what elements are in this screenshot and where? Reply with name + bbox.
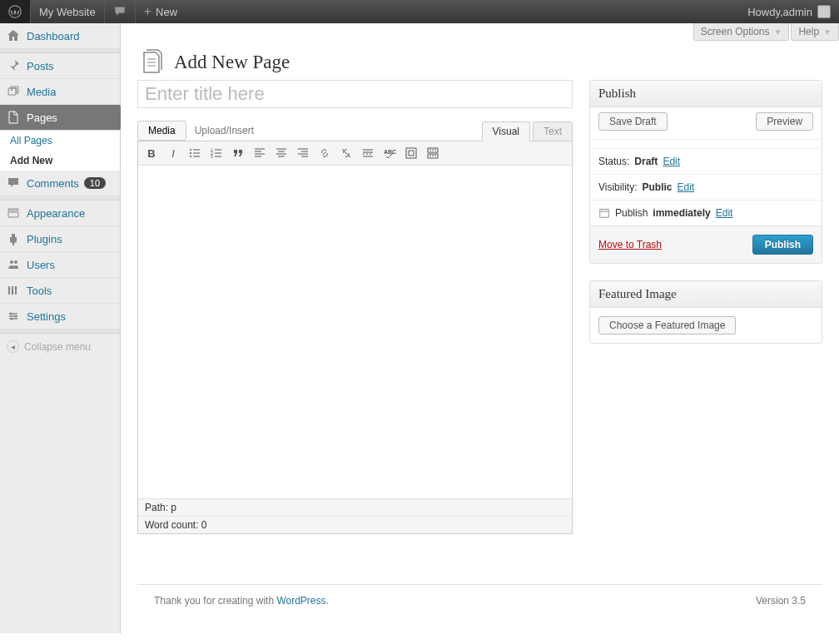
svg-point-9 — [190, 149, 191, 151]
submenu-pages: All Pages Add New — [0, 131, 120, 171]
home-icon — [7, 29, 20, 42]
help-label: Help — [798, 26, 819, 37]
word-count: Word count: 0 — [138, 516, 572, 533]
edit-schedule-link[interactable]: Edit — [716, 207, 733, 219]
featured-image-title[interactable]: Featured Image — [590, 281, 822, 308]
move-to-trash-link[interactable]: Move to Trash — [598, 239, 662, 250]
bullet-list-button[interactable] — [186, 145, 203, 161]
appearance-icon — [7, 206, 20, 220]
menu-label: Posts — [27, 60, 54, 72]
howdy-prefix: Howdy, — [747, 6, 782, 18]
edit-visibility-link[interactable]: Edit — [677, 181, 694, 193]
fullscreen-button[interactable] — [403, 145, 420, 161]
svg-point-4 — [12, 291, 14, 294]
menu-plugins[interactable]: Plugins — [0, 226, 120, 252]
menu-label: Media — [27, 86, 56, 98]
footer-thanks: Thank you for creating with WordPress. — [154, 595, 329, 607]
tab-text[interactable]: Text — [533, 121, 573, 141]
align-left-button[interactable] — [251, 145, 268, 161]
featured-image-box: Featured Image Choose a Featured Image — [589, 280, 822, 344]
edit-status-link[interactable]: Edit — [663, 156, 680, 167]
menu-pages[interactable]: Pages — [0, 105, 120, 131]
menu-label: Comments — [27, 177, 79, 190]
align-right-button[interactable] — [295, 145, 311, 161]
choose-featured-image-button[interactable]: Choose a Featured Image — [598, 316, 736, 334]
submenu-all-pages[interactable]: All Pages — [0, 131, 120, 151]
status-value: Draft — [634, 156, 658, 167]
pin-icon — [7, 59, 20, 72]
blockquote-button[interactable] — [230, 145, 246, 161]
comments-bubble[interactable] — [105, 0, 135, 23]
svg-point-6 — [10, 313, 12, 315]
new-content[interactable]: + New — [136, 0, 186, 23]
svg-point-10 — [190, 152, 191, 154]
publish-box: Publish Save Draft Preview Status: Draft… — [589, 80, 822, 264]
editor-path: Path: p — [138, 499, 572, 516]
calendar-icon — [598, 207, 610, 219]
visibility-value: Public — [642, 181, 672, 193]
collapse-icon: ◂ — [7, 340, 19, 353]
schedule-section: Publish immediately Edit — [590, 200, 822, 225]
svg-point-2 — [14, 260, 17, 264]
submenu-add-new[interactable]: Add New — [0, 151, 120, 171]
menu-label: Users — [27, 259, 55, 271]
svg-rect-16 — [406, 148, 416, 158]
svg-point-7 — [15, 315, 17, 318]
menu-label: Appearance — [27, 207, 85, 220]
svg-text:3: 3 — [211, 154, 213, 159]
editor: B I 123 ABC — [137, 141, 573, 534]
menu-label: Plugins — [27, 233, 62, 245]
numbered-list-button[interactable]: 123 — [208, 145, 225, 161]
avatar-icon — [817, 5, 831, 18]
menu-settings[interactable]: Settings — [0, 304, 120, 329]
wordpress-link[interactable]: WordPress — [276, 595, 325, 607]
publish-box-title[interactable]: Publish — [590, 81, 822, 107]
editor-content[interactable] — [138, 166, 572, 498]
link-button[interactable] — [316, 145, 333, 161]
screen-options-label: Screen Options — [701, 26, 770, 37]
preview-button[interactable]: Preview — [756, 112, 813, 131]
menu-users[interactable]: Users — [0, 252, 120, 278]
add-media-button[interactable]: Media — [137, 121, 186, 141]
wp-logo[interactable] — [0, 0, 30, 23]
italic-button[interactable]: I — [165, 145, 181, 161]
publish-button[interactable]: Publish — [752, 235, 813, 255]
howdy-account[interactable]: Howdy, admin — [739, 0, 839, 23]
plus-icon: + — [144, 5, 151, 18]
site-name[interactable]: My Website — [31, 0, 104, 23]
tab-visual[interactable]: Visual — [482, 121, 530, 141]
svg-point-8 — [11, 318, 13, 320]
align-center-button[interactable] — [273, 145, 290, 161]
screen-options-tab[interactable]: Screen Options ▼ — [693, 23, 790, 41]
status-section: Status: Draft Edit — [590, 148, 822, 174]
collapse-menu[interactable]: ◂ Collapse menu — [0, 334, 120, 359]
media-icon — [7, 85, 20, 98]
visibility-section: Visibility: Public Edit — [590, 174, 822, 200]
page-title-text: Add New Page — [174, 52, 290, 73]
menu-media[interactable]: Media — [0, 79, 120, 105]
svg-point-3 — [8, 288, 11, 290]
howdy-user: admin — [783, 6, 812, 18]
help-tab[interactable]: Help ▼ — [791, 23, 839, 41]
menu-posts[interactable]: Posts — [0, 53, 120, 79]
upload-insert-label: Upload/Insert — [195, 125, 254, 136]
users-icon — [7, 258, 20, 271]
menu-label: Settings — [27, 310, 66, 323]
bold-button[interactable]: B — [143, 145, 160, 161]
unlink-button[interactable] — [338, 145, 355, 161]
editor-toolbar: B I 123 ABC — [138, 141, 572, 166]
plugin-icon — [7, 232, 20, 245]
svg-point-11 — [190, 156, 191, 157]
svg-text:ABC: ABC — [384, 149, 396, 155]
more-button[interactable] — [360, 145, 376, 161]
menu-tools[interactable]: Tools — [0, 278, 120, 304]
page-stack-icon — [137, 48, 167, 77]
spellcheck-button[interactable]: ABC — [381, 145, 398, 161]
menu-dashboard[interactable]: Dashboard — [0, 23, 120, 49]
menu-appearance[interactable]: Appearance — [0, 201, 120, 226]
menu-comments[interactable]: Comments 10 — [0, 171, 120, 196]
title-input[interactable] — [137, 80, 573, 108]
page-icon — [7, 111, 20, 124]
kitchen-sink-button[interactable] — [424, 145, 441, 161]
save-draft-button[interactable]: Save Draft — [598, 112, 668, 131]
